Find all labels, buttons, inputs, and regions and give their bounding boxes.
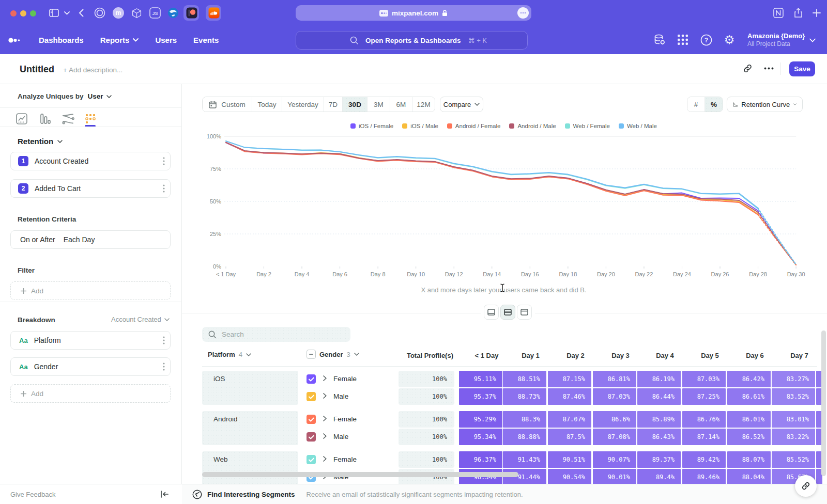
- retention-cell[interactable]: 95.29%: [459, 411, 502, 428]
- retention-cell[interactable]: 89.37%: [637, 451, 681, 468]
- copy-link-icon[interactable]: [743, 64, 753, 73]
- column-header-day[interactable]: Day 4: [643, 352, 687, 359]
- row-checkbox[interactable]: [307, 432, 316, 442]
- range-30d[interactable]: 30D: [343, 97, 367, 112]
- range-7d[interactable]: 7D: [324, 97, 343, 112]
- retention-cell[interactable]: 88.73%: [503, 388, 546, 405]
- retention-cell[interactable]: 86.42%: [727, 371, 771, 387]
- retention-criteria-card[interactable]: On or After Each Day: [10, 230, 171, 249]
- range-6m[interactable]: 6M: [390, 97, 412, 112]
- soundcloud-icon[interactable]: [208, 7, 220, 19]
- retention-cell[interactable]: 95.37%: [459, 388, 502, 405]
- give-feedback-link[interactable]: Give Feedback: [10, 491, 55, 498]
- row-expand-icon[interactable]: [323, 393, 327, 399]
- retention-cell[interactable]: 86.81%: [593, 371, 636, 387]
- traffic-zoom-button[interactable]: [30, 10, 36, 17]
- retention-cell[interactable]: 88.51%: [503, 371, 546, 387]
- apps-grid-icon[interactable]: [676, 34, 690, 46]
- retention-cell[interactable]: 95.11%: [459, 371, 502, 387]
- breakdown-gender[interactable]: Aa Gender: [10, 357, 171, 376]
- retention-cell[interactable]: 87.25%: [682, 388, 726, 405]
- criteria-on-or-after[interactable]: On or After: [20, 235, 55, 244]
- retention-cell[interactable]: 86.6%: [593, 411, 636, 428]
- retention-cell[interactable]: 83.52%: [772, 388, 815, 405]
- retention-cell[interactable]: 91.43%: [503, 451, 546, 468]
- step-2-menu-icon[interactable]: [163, 184, 165, 193]
- account-switcher[interactable]: Amazonia {Demo} All Project Data: [747, 32, 805, 48]
- row-checkbox[interactable]: [307, 415, 316, 424]
- report-description-placeholder[interactable]: + Add description...: [63, 66, 122, 74]
- retention-cell[interactable]: 83.01%: [772, 411, 815, 428]
- range-3m[interactable]: 3M: [367, 97, 390, 112]
- chart-type-selector[interactable]: Retention Curve: [727, 97, 803, 112]
- nav-item-events[interactable]: Events: [193, 36, 219, 44]
- analyze-value[interactable]: User: [88, 92, 103, 100]
- nav-item-dashboards[interactable]: Dashboards: [39, 36, 84, 44]
- back-icon[interactable]: [76, 7, 86, 19]
- retention-cell[interactable]: 87.03%: [682, 371, 726, 387]
- step-1-menu-icon[interactable]: [163, 157, 165, 165]
- legend-item[interactable]: Android / Female: [447, 123, 501, 129]
- retention-cell[interactable]: 88.04%: [727, 469, 771, 484]
- range-custom[interactable]: Custom: [203, 97, 252, 112]
- retention-chart[interactable]: 0%25%50%75%100%< 1 DayDay 2Day 4Day 6Day…: [182, 133, 827, 283]
- nav-item-reports[interactable]: Reports: [100, 36, 139, 44]
- column-header-day[interactable]: Day 6: [733, 352, 777, 359]
- legend-item[interactable]: iOS / Male: [402, 123, 438, 129]
- collapse-sidebar-icon[interactable]: [160, 491, 169, 498]
- vertical-scrollbar[interactable]: [821, 330, 826, 476]
- range-12m[interactable]: 12M: [412, 97, 435, 112]
- retention-cell[interactable]: 86.52%: [727, 429, 771, 445]
- legend-item[interactable]: Android / Male: [509, 123, 556, 129]
- legend-item[interactable]: Web / Female: [565, 123, 610, 129]
- m-avatar[interactable]: m: [112, 7, 125, 19]
- table-search-input[interactable]: Search: [202, 327, 350, 342]
- row-checkbox[interactable]: [307, 374, 316, 384]
- column-header-day[interactable]: Day 2: [554, 352, 598, 359]
- row-expand-icon[interactable]: [323, 433, 327, 439]
- retention-cell[interactable]: 90.51%: [548, 451, 591, 468]
- horizontal-scrollbar[interactable]: [202, 472, 518, 477]
- site-settings-button[interactable]: [517, 7, 529, 19]
- retention-cell[interactable]: 87.15%: [548, 371, 591, 387]
- row-expand-icon[interactable]: [323, 416, 327, 421]
- notion-icon[interactable]: [773, 7, 784, 19]
- retention-cell[interactable]: 86.43%: [637, 429, 681, 445]
- retention-cell[interactable]: 90.54%: [548, 469, 591, 484]
- retention-cell[interactable]: 89.4%: [637, 469, 681, 484]
- nav-item-users[interactable]: Users: [155, 36, 177, 44]
- column-header-gender[interactable]: Gender3: [307, 350, 359, 359]
- settings-gear-icon[interactable]: ⚙: [723, 34, 736, 46]
- retention-cell[interactable]: 85.89%: [637, 411, 681, 428]
- retention-cell[interactable]: 87.03%: [593, 388, 636, 405]
- legend-item[interactable]: iOS / Female: [350, 123, 393, 129]
- retention-cell[interactable]: 87.14%: [682, 429, 726, 445]
- chevron-down-icon[interactable]: [63, 7, 71, 19]
- retention-cell[interactable]: 85.52%: [772, 451, 815, 468]
- tab-funnels[interactable]: [39, 113, 51, 125]
- retention-cell[interactable]: 83.22%: [772, 429, 815, 445]
- legend-item[interactable]: Web / Male: [619, 123, 657, 129]
- retention-cell[interactable]: 88.88%: [503, 429, 546, 445]
- column-header-platform[interactable]: Platform4: [208, 351, 251, 358]
- retention-cell[interactable]: 96.37%: [459, 451, 502, 468]
- retention-cell[interactable]: 87.08%: [593, 429, 636, 445]
- cube-icon[interactable]: [130, 7, 143, 19]
- format-number-button[interactable]: #: [687, 97, 705, 112]
- mixpanel-logo[interactable]: [8, 37, 24, 44]
- floating-link-button[interactable]: [795, 475, 817, 497]
- breakdown-1-menu-icon[interactable]: [163, 336, 165, 344]
- save-button[interactable]: Save: [789, 61, 815, 76]
- column-header-day[interactable]: Day 7: [777, 352, 821, 359]
- range-yesterday[interactable]: Yesterday: [282, 97, 324, 112]
- breakdown-selector[interactable]: Account Created: [111, 316, 170, 323]
- retention-cell[interactable]: 90.01%: [593, 469, 636, 484]
- column-header-total[interactable]: Total Profile(s): [362, 352, 453, 359]
- report-title[interactable]: Untitled: [20, 64, 54, 75]
- column-header-day[interactable]: Day 3: [599, 352, 642, 359]
- range-today[interactable]: Today: [252, 97, 282, 112]
- retention-cell[interactable]: 83.27%: [772, 371, 815, 387]
- breakdown-add-button[interactable]: Add: [10, 384, 171, 403]
- sidebar-toggle-icon[interactable]: [48, 7, 60, 19]
- new-tab-icon[interactable]: [811, 7, 822, 19]
